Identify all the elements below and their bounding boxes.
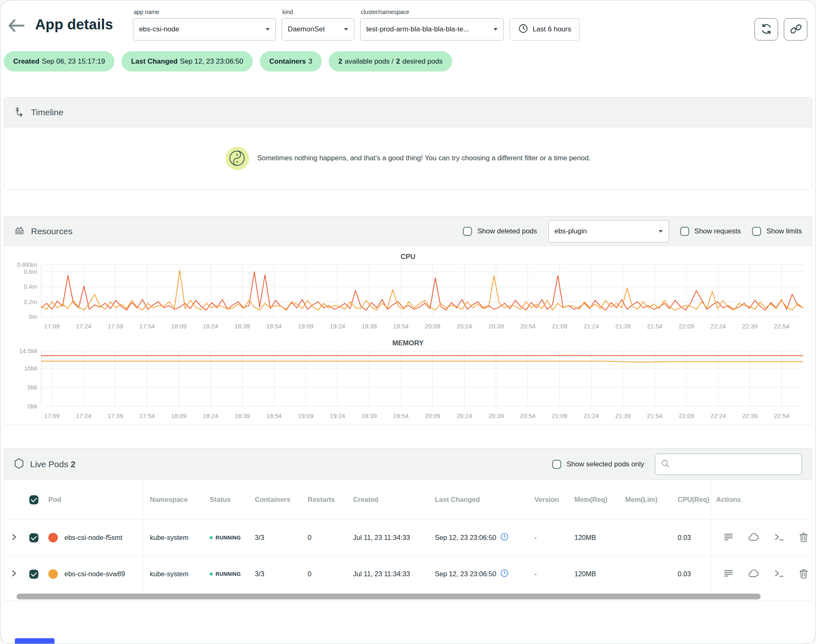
pod-cpu-req: 0.03 [671, 556, 711, 592]
col-actions: Actions [711, 496, 812, 504]
topbar: App details app name ebs-csi-node kind D… [0, 0, 816, 40]
summary-badges: Created Sep 06, 23 15:17:19 Last Changed… [4, 51, 812, 71]
svg-text:18:39: 18:39 [235, 323, 250, 330]
col-namespace: Namespace [143, 496, 202, 504]
show-deleted-pods-toggle[interactable]: Show deleted pods [463, 227, 537, 236]
svg-text:19:24: 19:24 [330, 412, 345, 419]
bottom-blue-element [15, 638, 55, 644]
svg-text:17:39: 17:39 [108, 323, 123, 330]
scrollbar-thumb[interactable] [17, 594, 761, 599]
time-range-button[interactable]: Last 6 hours [510, 18, 580, 40]
svg-text:22:54: 22:54 [774, 323, 790, 330]
pod-search-box[interactable] [655, 454, 802, 475]
col-mem-lim: Mem(Lim) [619, 496, 671, 504]
show-limits-checkbox[interactable] [752, 227, 761, 236]
svg-text:0Mi: 0Mi [28, 403, 37, 410]
svg-text:19:24: 19:24 [330, 323, 345, 330]
svg-text:21:39: 21:39 [615, 412, 631, 419]
svg-text:19:54: 19:54 [393, 412, 409, 419]
copy-link-button[interactable] [784, 18, 807, 40]
cloud-button[interactable] [748, 568, 759, 580]
show-selected-pods-checkbox[interactable] [552, 460, 561, 469]
logs-button[interactable] [723, 568, 733, 580]
pod-cpu-req: 0.03 [671, 520, 711, 556]
last-changed-badge: Last Changed Sep 12, 23 23:06:50 [121, 51, 253, 71]
svg-text:21:54: 21:54 [647, 412, 663, 419]
yin-yang-icon [225, 147, 249, 170]
svg-text:21:24: 21:24 [584, 412, 599, 419]
svg-text:18:24: 18:24 [203, 412, 218, 419]
container-filter-select[interactable]: ebs-plugin [548, 220, 669, 242]
chevron-down-icon [266, 28, 270, 31]
select-all-checkbox[interactable] [29, 495, 38, 504]
link-icon [790, 23, 802, 36]
col-restarts: Restarts [304, 496, 349, 504]
terminal-button[interactable] [774, 568, 784, 580]
kind-select[interactable]: DaemonSet [282, 18, 354, 40]
svg-text:14.5Mi: 14.5Mi [19, 348, 37, 354]
pod-mem-req: 120MB [568, 534, 619, 542]
resources-card: Resources Show deleted pods ebs-plugin S… [4, 216, 812, 425]
page-title: App details [35, 16, 113, 33]
col-pod: Pod [43, 480, 143, 519]
pod-containers: 3/3 [250, 570, 304, 578]
show-deleted-pods-checkbox[interactable] [463, 227, 472, 236]
pod-created: Jul 11, 23 11:34:33 [349, 570, 432, 578]
pod-name[interactable]: ebs-csi-node-f5smt [64, 534, 122, 542]
svg-text:18:24: 18:24 [203, 323, 218, 330]
svg-text:19:39: 19:39 [361, 412, 377, 419]
show-selected-pods-toggle[interactable]: Show selected pods only [552, 460, 644, 469]
delete-pod-button[interactable] [799, 568, 808, 580]
svg-text:0m: 0m [29, 314, 37, 320]
show-requests-toggle[interactable]: Show requests [680, 227, 741, 236]
cluster-select[interactable]: test-prod-arm-bla-bla-bla-bla-te... [360, 18, 504, 40]
svg-text:20:24: 20:24 [457, 323, 472, 330]
pod-name[interactable]: ebs-csi-node-svw89 [64, 570, 125, 578]
pods-table-header: Pod Namespace Status Containers Restarts… [4, 480, 812, 519]
search-icon [661, 459, 670, 470]
status-badge: RUNNING [210, 535, 250, 541]
status-badge: RUNNING [210, 571, 250, 577]
kind-field: kind DaemonSet [282, 8, 354, 40]
history-clock-icon[interactable] [500, 569, 509, 579]
svg-text:18:54: 18:54 [266, 412, 282, 419]
svg-text:22:09: 22:09 [679, 323, 695, 330]
cloud-button[interactable] [748, 532, 759, 544]
expand-row-button[interactable] [11, 570, 17, 579]
delete-pod-button[interactable] [799, 532, 808, 544]
svg-text:18:09: 18:09 [171, 412, 187, 419]
svg-text:17:39: 17:39 [108, 412, 123, 419]
svg-text:20:09: 20:09 [425, 323, 441, 330]
svg-text:17:09: 17:09 [44, 412, 60, 419]
svg-text:20:39: 20:39 [489, 412, 504, 419]
svg-text:22:24: 22:24 [710, 412, 726, 419]
app-name-label: app name [134, 9, 276, 15]
expand-row-button[interactable] [11, 533, 17, 542]
svg-text:17:54: 17:54 [139, 412, 155, 419]
row-checkbox[interactable] [29, 570, 38, 579]
svg-text:20:39: 20:39 [489, 323, 504, 330]
pods-badge: 2 available pods / 2 desired pods [329, 51, 452, 71]
col-created: Created [349, 496, 432, 504]
terminal-button[interactable] [774, 532, 784, 544]
logs-button[interactable] [723, 532, 733, 544]
cloud-icon [748, 569, 759, 579]
history-clock-icon[interactable] [500, 532, 509, 543]
pod-namespace: kube-system [143, 570, 202, 578]
show-limits-toggle[interactable]: Show limits [752, 227, 802, 236]
refresh-button[interactable] [754, 18, 778, 40]
row-checkbox[interactable] [29, 533, 38, 542]
app-name-select[interactable]: ebs-csi-node [133, 18, 276, 40]
svg-text:21:39: 21:39 [615, 323, 631, 330]
svg-text:18:09: 18:09 [171, 323, 187, 330]
svg-text:21:09: 21:09 [552, 323, 567, 330]
svg-text:22:39: 22:39 [742, 412, 758, 419]
back-button[interactable] [7, 17, 25, 35]
col-last-changed: Last Changed [432, 496, 529, 504]
col-cpu-req: CPU(Req) [671, 480, 711, 519]
pod-restarts: 0 [304, 534, 349, 542]
timeline-icon [14, 106, 25, 119]
pod-search-input[interactable] [674, 461, 796, 468]
show-requests-checkbox[interactable] [680, 227, 689, 236]
logs-icon [723, 532, 733, 543]
